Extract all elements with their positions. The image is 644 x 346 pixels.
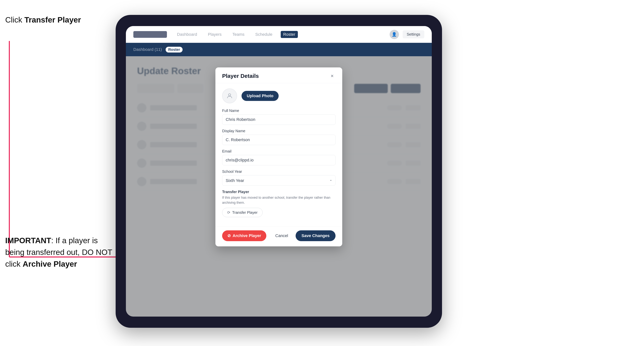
- header-right: 👤 Settings: [390, 30, 424, 39]
- school-year-group: School Year First Year Second Year Third…: [222, 170, 336, 186]
- modal-overlay: Player Details ×: [126, 56, 432, 317]
- photo-upload-row: Upload Photo: [222, 88, 336, 103]
- archive-player-button[interactable]: ⊘ Archive Player: [222, 230, 266, 241]
- upload-photo-button[interactable]: Upload Photo: [242, 91, 279, 101]
- app-header: Dashboard Players Teams Schedule Roster …: [126, 26, 432, 43]
- email-label: Email: [222, 149, 336, 154]
- sub-header-text: Dashboard (11): [133, 47, 162, 52]
- nav-item-roster[interactable]: Roster: [281, 31, 298, 38]
- player-details-modal: Player Details ×: [216, 67, 342, 246]
- full-name-input[interactable]: [222, 114, 336, 125]
- avatar: 👤: [390, 30, 399, 39]
- cancel-button[interactable]: Cancel: [272, 231, 292, 240]
- content-area: Update Roster: [126, 56, 432, 317]
- full-name-label: Full Name: [222, 109, 336, 113]
- display-name-input[interactable]: [222, 135, 336, 145]
- sub-header-badge: Roster: [166, 47, 182, 52]
- svg-point-3: [228, 94, 231, 96]
- modal-close-button[interactable]: ×: [329, 73, 336, 79]
- instruction-bold: Transfer Player: [24, 15, 81, 24]
- nav-item-teams[interactable]: Teams: [230, 31, 247, 38]
- transfer-icon: ⟳: [227, 210, 230, 215]
- transfer-player-button[interactable]: ⟳ Transfer Player: [222, 208, 262, 217]
- transfer-section-label: Transfer Player: [222, 190, 336, 194]
- modal-title: Player Details: [222, 73, 259, 79]
- archive-icon: ⊘: [227, 233, 231, 238]
- modal-body: Upload Photo Full Name Display Name: [216, 83, 342, 226]
- nav-item-dashboard[interactable]: Dashboard: [174, 31, 200, 38]
- player-photo-circle: [222, 88, 237, 103]
- save-changes-button[interactable]: Save Changes: [296, 230, 336, 241]
- transfer-player-section: Transfer Player If this player has moved…: [222, 190, 336, 217]
- transfer-btn-label: Transfer Player: [232, 210, 258, 215]
- nav-item-players[interactable]: Players: [205, 31, 224, 38]
- tablet-screen: Dashboard Players Teams Schedule Roster …: [126, 26, 432, 317]
- instruction-archive-ref: Archive Player: [22, 260, 77, 268]
- app-logo: [133, 31, 167, 38]
- full-name-group: Full Name: [222, 109, 336, 125]
- instruction-important: IMPORTANT: [5, 236, 51, 245]
- email-input[interactable]: [222, 155, 336, 165]
- header-settings-button[interactable]: Settings: [403, 30, 424, 38]
- archive-btn-label: Archive Player: [232, 233, 261, 238]
- school-year-label: School Year: [222, 170, 336, 174]
- instruction-bottom: IMPORTANT: If a player is being transfer…: [5, 235, 114, 270]
- nav-item-schedule[interactable]: Schedule: [253, 31, 275, 38]
- sub-header: Dashboard (11) Roster: [126, 43, 432, 56]
- nav-bar: Dashboard Players Teams Schedule Roster: [174, 31, 382, 38]
- display-name-label: Display Name: [222, 129, 336, 133]
- display-name-group: Display Name: [222, 129, 336, 145]
- transfer-section-description: If this player has moved to another scho…: [222, 195, 336, 205]
- footer-right-actions: Cancel Save Changes: [272, 230, 336, 241]
- tablet-device: Dashboard Players Teams Schedule Roster …: [116, 15, 442, 328]
- school-year-select[interactable]: First Year Second Year Third Year Fourth…: [222, 175, 336, 186]
- modal-header: Player Details ×: [216, 67, 342, 83]
- modal-footer: ⊘ Archive Player Cancel Save Changes: [216, 226, 342, 246]
- instruction-top: Click Transfer Player: [5, 15, 81, 25]
- email-group: Email: [222, 149, 336, 165]
- instruction-prefix: Click: [5, 15, 24, 24]
